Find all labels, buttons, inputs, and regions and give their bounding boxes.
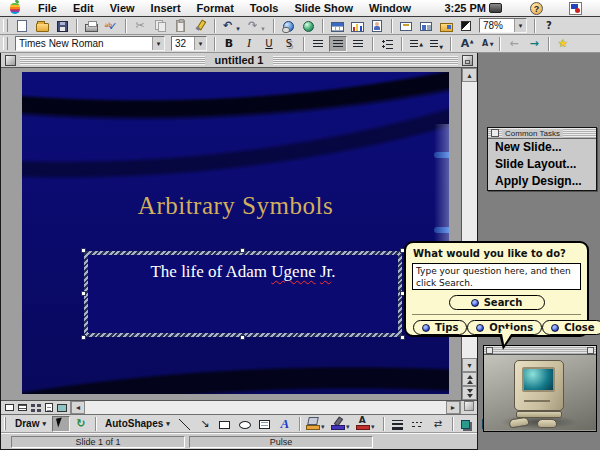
save-button[interactable] <box>53 18 71 34</box>
fill-color-dropdown-arrow[interactable] <box>319 415 327 433</box>
assistant-zoom-box[interactable] <box>587 347 594 354</box>
arrow-button[interactable] <box>196 416 214 432</box>
font-size-combo[interactable]: 32 <box>171 36 207 51</box>
menu-slide-show[interactable]: Slide Show <box>286 2 361 14</box>
apple-menu[interactable] <box>0 3 30 14</box>
redo-dropdown-arrow[interactable] <box>259 17 267 35</box>
slide-view-button[interactable] <box>3 402 16 414</box>
cut-button[interactable] <box>131 18 149 34</box>
toolbar-grip[interactable] <box>4 417 6 430</box>
slide-layout-button[interactable] <box>417 18 435 34</box>
apply-design-button[interactable] <box>437 18 455 34</box>
help-button[interactable] <box>540 18 558 34</box>
help-menu-icon[interactable] <box>530 2 543 15</box>
menu-format[interactable]: Format <box>189 2 242 14</box>
line-button[interactable] <box>176 416 194 432</box>
rectangle-button[interactable] <box>216 416 234 432</box>
notes-page-view-button[interactable] <box>42 402 55 414</box>
toolbar-grip[interactable] <box>3 19 8 32</box>
line-color-dropdown-arrow[interactable] <box>344 415 352 433</box>
next-slide-button[interactable] <box>462 386 477 400</box>
align-left-button[interactable] <box>309 36 327 52</box>
window-title-bar[interactable]: untitled 1 <box>1 53 477 68</box>
template-name[interactable]: Pulse <box>189 436 373 448</box>
line-style-button[interactable] <box>389 416 407 432</box>
animation-effects-button[interactable] <box>554 36 572 52</box>
align-center-button[interactable] <box>329 36 347 52</box>
line-color-button[interactable] <box>330 416 353 432</box>
zoom-dropdown-arrow[interactable] <box>514 19 526 32</box>
promote-button[interactable] <box>505 36 523 52</box>
font-color-button[interactable] <box>355 416 378 432</box>
scroll-down-arrow[interactable] <box>462 358 477 372</box>
font-name-dropdown-arrow[interactable] <box>152 37 164 50</box>
palette-close-box[interactable] <box>491 129 499 137</box>
slide[interactable]: Arbitrary Symbols The life of Adam Ugene… <box>22 72 449 394</box>
window-close-box[interactable] <box>5 55 16 66</box>
menu-file[interactable]: File <box>30 2 65 14</box>
selection-handle[interactable] <box>81 291 86 296</box>
slide-show-view-button[interactable] <box>55 402 68 414</box>
previous-slide-button[interactable] <box>462 372 477 386</box>
text-shadow-button[interactable] <box>280 36 298 52</box>
font-color-dropdown-arrow[interactable] <box>369 415 377 433</box>
menu-insert[interactable]: Insert <box>143 2 189 14</box>
horizontal-scroll-track[interactable] <box>85 401 446 414</box>
dash-style-button[interactable] <box>409 416 427 432</box>
assistant-question-input[interactable]: Type your question here, and then click … <box>412 263 581 290</box>
toolbar-grip[interactable] <box>3 37 8 50</box>
menu-tools[interactable]: Tools <box>242 2 287 14</box>
redo-button[interactable] <box>245 18 268 34</box>
slide-sorter-view-button[interactable] <box>29 402 42 414</box>
new-slide-command[interactable]: New Slide... <box>488 139 596 156</box>
copy-button[interactable] <box>151 18 169 34</box>
text-box-button[interactable] <box>256 416 274 432</box>
application-menu-icon[interactable] <box>569 2 582 15</box>
fill-color-button[interactable] <box>305 416 328 432</box>
demote-button[interactable] <box>525 36 543 52</box>
print-button[interactable] <box>82 18 100 34</box>
menu-edit[interactable]: Edit <box>65 2 102 14</box>
apply-design-command[interactable]: Apply Design... <box>488 173 596 190</box>
subtitle-text[interactable]: The life of Adam Ugene Jr. <box>88 262 398 282</box>
resize-grip[interactable] <box>460 401 477 414</box>
assistant-close-box[interactable] <box>486 347 493 354</box>
autoshapes-menu[interactable]: AutoShapes <box>100 416 175 432</box>
tips-button[interactable]: Tips <box>413 320 467 335</box>
new-slide-button[interactable] <box>397 18 415 34</box>
zoom-combo[interactable]: 78% <box>479 18 527 33</box>
menu-window[interactable]: Window <box>361 2 419 14</box>
undo-button[interactable] <box>220 18 243 34</box>
palette-title-bar[interactable]: Common Tasks <box>488 128 596 139</box>
selection-handle[interactable] <box>81 248 86 253</box>
assistant-character[interactable] <box>484 355 596 430</box>
search-button[interactable]: Search <box>449 295 545 310</box>
black-and-white-button[interactable] <box>457 18 475 34</box>
scroll-left-arrow[interactable] <box>71 401 85 414</box>
new-document-button[interactable] <box>13 18 31 34</box>
selection-handle[interactable] <box>240 335 245 340</box>
subtitle-placeholder[interactable]: The life of Adam Ugene Jr. <box>84 251 402 337</box>
scroll-right-arrow[interactable] <box>446 401 460 414</box>
font-name-combo[interactable]: Times New Roman <box>15 36 165 51</box>
slide-layout-command[interactable]: Slide Layout... <box>488 156 596 173</box>
undo-dropdown-arrow[interactable] <box>234 17 242 35</box>
oval-button[interactable] <box>236 416 254 432</box>
vertical-scrollbar[interactable] <box>461 68 477 400</box>
font-size-dropdown-arrow[interactable] <box>194 37 206 50</box>
shadow-effect-button[interactable] <box>458 416 476 432</box>
word-art-button[interactable] <box>276 416 294 432</box>
insert-table-button[interactable] <box>328 18 346 34</box>
insert-hyperlink-button[interactable] <box>279 18 297 34</box>
arrow-style-button[interactable] <box>429 416 447 432</box>
decrease-font-size-button[interactable] <box>476 36 494 52</box>
close-button[interactable]: Close <box>542 320 600 335</box>
format-painter-button[interactable] <box>191 18 209 34</box>
select-button[interactable] <box>52 416 70 432</box>
italic-button[interactable] <box>240 36 258 52</box>
scroll-up-arrow[interactable] <box>462 68 477 82</box>
increase-paragraph-spacing-button[interactable] <box>407 36 425 52</box>
align-right-button[interactable] <box>349 36 367 52</box>
menubar-extra-icon[interactable] <box>489 3 502 13</box>
spelling-button[interactable] <box>102 18 120 34</box>
